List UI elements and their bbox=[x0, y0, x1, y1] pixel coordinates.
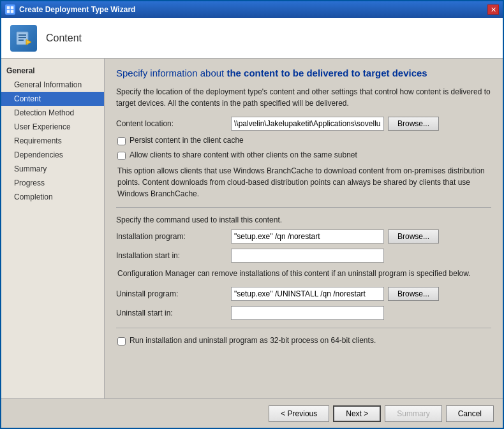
svg-marker-8 bbox=[26, 40, 31, 45]
run-32bit-checkbox[interactable] bbox=[117, 337, 126, 345]
sidebar-item-general-information[interactable]: General Information bbox=[1, 78, 104, 92]
main-window: Create Deployment Type Wizard ✕ Content … bbox=[0, 0, 504, 429]
allow-share-row: Allow clients to share content with othe… bbox=[116, 150, 491, 160]
persist-cache-checkbox[interactable] bbox=[117, 137, 126, 145]
sidebar-item-requirements[interactable]: Requirements bbox=[1, 134, 104, 148]
divider-1 bbox=[116, 207, 491, 208]
uninstall-program-input[interactable] bbox=[231, 287, 384, 301]
divider-2 bbox=[116, 328, 491, 328]
content-location-row: Content location: Browse... bbox=[116, 117, 491, 131]
previous-button[interactable]: < Previous bbox=[269, 405, 329, 422]
description-text: Specify the location of the deployment t… bbox=[116, 86, 491, 109]
sidebar-item-completion[interactable]: Completion bbox=[1, 190, 104, 204]
branchcache-info: This option allows clients that use Wind… bbox=[116, 165, 491, 200]
svg-rect-2 bbox=[7, 10, 10, 13]
wizard-icon bbox=[10, 25, 37, 52]
svg-rect-1 bbox=[11, 6, 14, 10]
persist-cache-label: Persist content in the client cache bbox=[130, 136, 244, 145]
summary-button[interactable]: Summary bbox=[385, 405, 441, 422]
sidebar-item-summary[interactable]: Summary bbox=[1, 162, 104, 176]
content-area: Specify information about the content to… bbox=[105, 59, 503, 398]
installation-program-label: Installation program: bbox=[116, 232, 231, 241]
sidebar: General General Information Content Dete… bbox=[1, 59, 105, 398]
persist-cache-row: Persist content in the client cache bbox=[116, 136, 491, 145]
sidebar-item-dependencies[interactable]: Dependencies bbox=[1, 148, 104, 162]
installation-program-row: Installation program: Browse... bbox=[116, 229, 491, 244]
close-button[interactable]: ✕ bbox=[487, 4, 499, 15]
window-icon bbox=[5, 4, 15, 15]
svg-rect-3 bbox=[11, 10, 14, 13]
next-button[interactable]: Next > bbox=[333, 405, 381, 422]
content-location-label: Content location: bbox=[116, 119, 231, 128]
uninstall-start-in-row: Uninstall start in: bbox=[116, 306, 491, 320]
installation-program-browse-button[interactable]: Browse... bbox=[388, 229, 439, 244]
window-title: Create Deployment Type Wizard bbox=[19, 5, 135, 14]
title-bar-left: Create Deployment Type Wizard bbox=[5, 4, 135, 15]
installation-start-in-row: Installation start in: bbox=[116, 249, 491, 263]
footer-bar: < Previous Next > Summary Cancel bbox=[1, 398, 503, 428]
svg-rect-0 bbox=[7, 6, 10, 10]
header-bar: Content bbox=[1, 18, 503, 59]
sidebar-group-general: General bbox=[1, 64, 104, 78]
svg-rect-5 bbox=[19, 34, 26, 36]
sidebar-item-progress[interactable]: Progress bbox=[1, 176, 104, 190]
sidebar-item-content[interactable]: Content bbox=[1, 92, 104, 106]
allow-share-checkbox[interactable] bbox=[117, 152, 126, 160]
title-bar: Create Deployment Type Wizard ✕ bbox=[1, 1, 503, 18]
content-location-browse-button[interactable]: Browse... bbox=[388, 117, 439, 131]
uninstall-start-in-input[interactable] bbox=[231, 306, 384, 320]
page-title: Specify information about the content to… bbox=[116, 68, 491, 78]
uninstall-program-label: Uninstall program: bbox=[116, 289, 231, 298]
svg-rect-6 bbox=[19, 37, 26, 38]
header-title: Content bbox=[46, 33, 82, 44]
allow-share-label: Allow clients to share content with othe… bbox=[130, 150, 357, 159]
run-32bit-label: Run installation and uninstall program a… bbox=[130, 336, 376, 345]
installation-start-in-input[interactable] bbox=[231, 249, 384, 263]
main-content: General General Information Content Dete… bbox=[1, 59, 503, 398]
sidebar-item-user-experience[interactable]: User Experience bbox=[1, 120, 104, 134]
install-section-label: Specify the command used to install this… bbox=[116, 215, 491, 224]
installation-program-input[interactable] bbox=[231, 229, 384, 244]
uninstall-program-row: Uninstall program: Browse... bbox=[116, 287, 491, 301]
content-location-input[interactable] bbox=[231, 117, 384, 131]
cancel-button[interactable]: Cancel bbox=[446, 405, 494, 422]
installation-start-in-label: Installation start in: bbox=[116, 251, 231, 260]
run-32bit-row: Run installation and uninstall program a… bbox=[116, 336, 491, 345]
sidebar-item-detection-method[interactable]: Detection Method bbox=[1, 106, 104, 120]
uninstall-program-browse-button[interactable]: Browse... bbox=[388, 287, 439, 301]
uninstall-start-in-label: Uninstall start in: bbox=[116, 309, 231, 317]
uninstall-info: Configuration Manager can remove install… bbox=[116, 268, 491, 279]
svg-rect-7 bbox=[19, 40, 24, 41]
